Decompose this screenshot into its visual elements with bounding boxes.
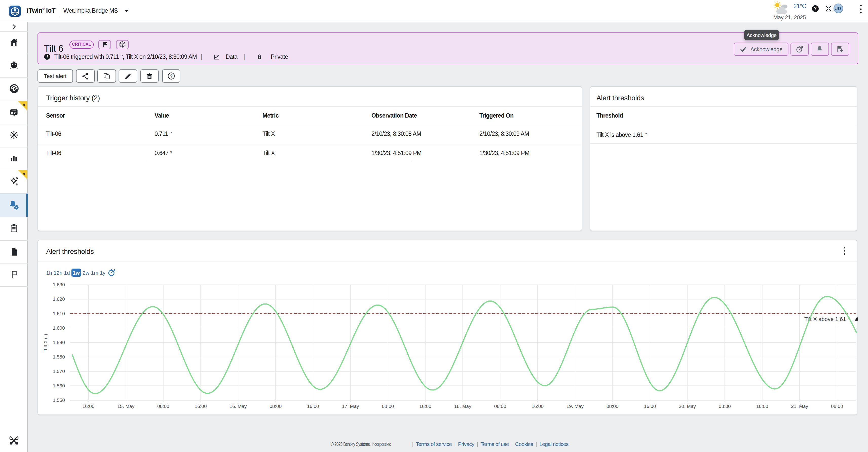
svg-text:18. May: 18. May	[454, 403, 471, 409]
svg-text:15. May: 15. May	[117, 403, 134, 409]
svg-text:08:00: 08:00	[157, 403, 169, 409]
svg-text:1.600: 1.600	[53, 325, 65, 331]
svg-text:Tilt X (°): Tilt X (°)	[42, 334, 48, 351]
svg-text:16:00: 16:00	[307, 403, 319, 409]
svg-text:08:00: 08:00	[718, 403, 731, 409]
svg-text:16:00: 16:00	[419, 403, 431, 409]
svg-text:17. May: 17. May	[342, 403, 359, 409]
svg-text:1.570: 1.570	[53, 369, 65, 374]
svg-text:1.610: 1.610	[53, 311, 65, 316]
svg-text:?: ?	[814, 6, 817, 11]
svg-text:08:00: 08:00	[831, 403, 843, 409]
svg-text:16:00: 16:00	[531, 403, 544, 409]
svg-text:1.620: 1.620	[53, 296, 65, 302]
svg-text:1.580: 1.580	[53, 354, 65, 360]
svg-text:1.550: 1.550	[53, 397, 65, 403]
svg-text:i: i	[46, 54, 48, 59]
svg-text:21. May: 21. May	[791, 403, 808, 409]
svg-text:16:00: 16:00	[82, 403, 94, 409]
svg-text:20. May: 20. May	[679, 403, 696, 409]
svg-text:08:00: 08:00	[381, 403, 394, 409]
svg-text:08:00: 08:00	[269, 403, 281, 409]
svg-text:08:00: 08:00	[606, 403, 618, 409]
svg-text:1.560: 1.560	[53, 383, 65, 388]
svg-text:?: ?	[170, 74, 173, 79]
svg-text:1.630: 1.630	[53, 282, 65, 287]
svg-text:08:00: 08:00	[494, 403, 506, 409]
svg-text:19. May: 19. May	[566, 403, 584, 409]
svg-text:16. May: 16. May	[229, 403, 247, 409]
svg-text:16:00: 16:00	[756, 403, 768, 409]
svg-text:16:00: 16:00	[644, 403, 656, 409]
svg-text:16:00: 16:00	[194, 403, 207, 409]
svg-text:1.590: 1.590	[53, 340, 65, 345]
